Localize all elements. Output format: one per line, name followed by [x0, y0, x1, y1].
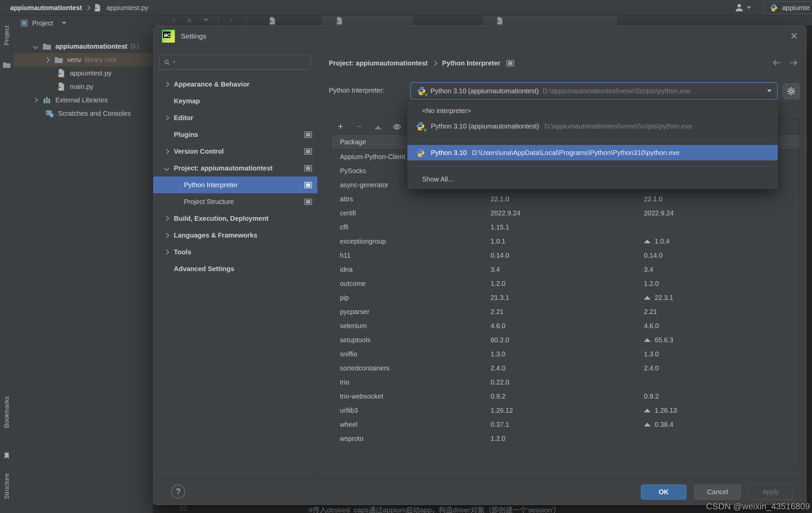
settings-nav-item[interactable]: Build, Execution, Deployment	[153, 210, 317, 227]
open-in-window-icon[interactable]	[304, 148, 312, 155]
table-row[interactable]: idna3.43.4	[331, 262, 800, 277]
help-button[interactable]: ?	[171, 484, 185, 498]
chevron-right-icon[interactable]	[45, 57, 50, 62]
settings-search[interactable]	[159, 55, 311, 70]
table-row[interactable]: urllib31.26.121.26.13	[331, 403, 800, 417]
settings-nav-item[interactable]: Appearance & Behavior	[153, 76, 317, 93]
combobox-caret-icon[interactable]	[767, 90, 772, 92]
settings-nav-item[interactable]: Project: appiumautomationtest	[153, 160, 317, 176]
run-configuration-selector[interactable]: appiumte	[764, 1, 812, 14]
tree-item[interactable]: External Libraries	[14, 93, 153, 107]
tree-item[interactable]: venvlibrary root	[14, 53, 153, 66]
upload-icon[interactable]: ↑	[229, 17, 233, 25]
settings-nav-item[interactable]: Tools	[153, 244, 317, 260]
tool-window-button-bookmarks[interactable]: Bookmarks	[3, 396, 10, 428]
table-row[interactable]: attrs22.1.022.1.0	[331, 192, 800, 206]
settings-nav-item[interactable]: Advanced Settings	[153, 260, 317, 277]
chevron-right-icon[interactable]	[164, 216, 169, 221]
user-account-icon[interactable]	[734, 2, 745, 13]
dropdown-item[interactable]: <No interpreter>	[407, 103, 778, 118]
chevron-down-icon[interactable]	[164, 165, 169, 171]
tree-item[interactable]: appiumtest.py	[14, 66, 153, 80]
open-in-window-icon[interactable]	[304, 165, 312, 171]
table-row[interactable]: sortedcontainers2.4.02.4.0	[331, 361, 800, 375]
tree-item[interactable]: main.py	[14, 80, 153, 93]
package-name: attrs	[331, 195, 484, 203]
settings-nav-label: Python Interpreter	[184, 181, 237, 189]
chevron-right-icon[interactable]	[164, 149, 169, 154]
settings-nav-item[interactable]: Keymap	[153, 93, 317, 109]
settings-nav-item[interactable]: Editor	[153, 109, 317, 126]
project-view-caret-icon[interactable]	[62, 22, 66, 25]
search-input[interactable]	[177, 58, 306, 66]
open-in-window-icon[interactable]	[304, 182, 312, 188]
user-dropdown-caret-icon[interactable]	[747, 6, 751, 9]
breadcrumb-project-settings[interactable]: Project: appiumautomationtest	[329, 59, 428, 67]
left-tool-strip: Project Bookmarks Structure	[0, 16, 14, 513]
chevron-right-icon[interactable]	[164, 82, 169, 87]
package-latest-value: 4.6.0	[644, 322, 659, 330]
settings-nav-item[interactable]: Plugins	[153, 126, 317, 143]
close-icon[interactable]: ×	[790, 31, 798, 41]
breadcrumb-file[interactable]: appiumtest.py	[106, 4, 148, 12]
tool-window-button-project[interactable]: Project	[3, 26, 10, 45]
folder-icon[interactable]	[3, 61, 11, 69]
package-latest: 22.3.1	[644, 294, 800, 302]
table-row[interactable]: cffi1.15.1	[331, 220, 800, 234]
project-tool-icon	[20, 19, 28, 27]
tool-window-button-structure[interactable]: Structure	[3, 474, 10, 499]
table-row[interactable]: sniffio1.3.01.3.0	[331, 347, 800, 361]
table-row[interactable]: trio0.22.0	[331, 375, 800, 389]
settings-nav-item[interactable]: Python Interpreter	[153, 176, 317, 193]
forward-icon[interactable]	[788, 57, 799, 70]
project-panel-title: Project	[32, 20, 53, 27]
table-row[interactable]: outcome1.2.01.2.0	[331, 277, 800, 290]
dropdown-item[interactable]: Python 3.10D:\Users\una\AppData\Local\Pr…	[407, 145, 778, 160]
menu-icon[interactable]: ≡	[187, 17, 192, 25]
open-in-window-icon[interactable]	[304, 199, 312, 205]
package-latest: 0.14.0	[644, 252, 800, 259]
tree-item[interactable]: appiumautomationtestD:\	[14, 39, 153, 53]
cancel-button[interactable]: Cancel	[694, 484, 741, 500]
dropdown-caret-icon[interactable]	[204, 19, 208, 22]
table-row[interactable]: selenium4.6.04.6.0	[331, 319, 800, 333]
chevron-right-icon[interactable]	[164, 115, 169, 120]
table-row[interactable]: wsproto1.2.0	[331, 431, 800, 446]
apply-button[interactable]: Apply	[748, 484, 793, 500]
ok-button[interactable]: OK	[641, 484, 687, 500]
package-name: pip	[331, 294, 484, 302]
open-in-window-icon[interactable]	[304, 132, 312, 138]
install-package-button[interactable]: +	[331, 122, 350, 131]
back-icon[interactable]	[772, 57, 782, 70]
table-row[interactable]: wheel0.37.10.38.4	[331, 417, 800, 431]
dropdown-item[interactable]: Show All...	[407, 171, 778, 187]
open-in-window-icon[interactable]	[506, 60, 514, 66]
interpreter-settings-button[interactable]	[783, 83, 800, 99]
table-row[interactable]: exceptiongroup1.0.11.0.4	[331, 234, 800, 248]
settings-nav-item[interactable]: Languages & Frameworks	[153, 227, 317, 244]
show-early-releases-button[interactable]	[387, 122, 406, 132]
dropdown-item[interactable]: Python 3.10 (appiumautomationtest)D:\app…	[407, 118, 778, 134]
table-row[interactable]: pip21.3.122.3.1	[331, 290, 800, 305]
table-row[interactable]: trio-websocket0.9.20.9.2	[331, 389, 800, 403]
settings-nav-item[interactable]: Project Structure	[153, 193, 317, 210]
breadcrumb-project[interactable]: appiumautomationtest	[10, 4, 82, 12]
tree-item[interactable]: Scratches and Consoles	[14, 107, 153, 120]
table-row[interactable]: certifi2022.9.242022.9.24	[331, 206, 800, 220]
chevron-down-icon[interactable]	[33, 44, 38, 49]
upgrade-package-button[interactable]	[369, 122, 387, 131]
chevron-right-icon[interactable]	[164, 232, 169, 238]
table-row[interactable]: setuptools60.2.065.6.3	[331, 333, 800, 347]
package-version: 1.3.0	[484, 350, 644, 358]
uninstall-package-button[interactable]: −	[350, 122, 369, 131]
project-panel-header[interactable]: Project	[14, 16, 153, 31]
bookmark-icon[interactable]	[3, 452, 11, 460]
chevron-right-icon[interactable]	[164, 249, 169, 255]
table-row[interactable]: pycparser2.212.21	[331, 305, 800, 319]
search-options-caret-icon[interactable]	[173, 61, 175, 63]
interpreter-combobox[interactable]: Python 3.10 (appiumautomationtest) D:\ap…	[410, 82, 778, 99]
settings-nav-item[interactable]: Version Control	[153, 143, 317, 160]
chevron-right-icon[interactable]	[33, 97, 38, 103]
table-row[interactable]: h110.14.00.14.0	[331, 248, 800, 262]
run-icon[interactable]: ◔	[171, 17, 175, 25]
